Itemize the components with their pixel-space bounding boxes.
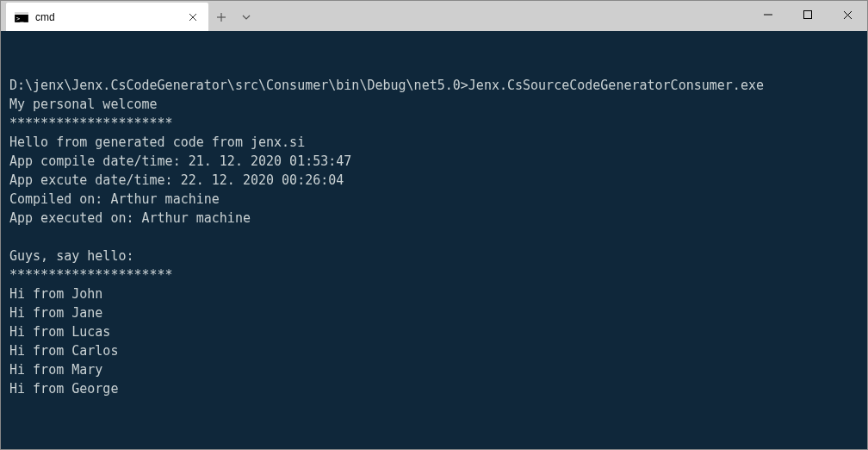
tab-title: cmd [35,11,179,23]
terminal-line: App compile date/time: 21. 12. 2020 01:5… [9,152,859,171]
terminal-line: App executed on: Arthur machine [9,209,859,228]
window-controls [748,1,867,28]
terminal-line: Hello from generated code from jenx.si [9,133,859,152]
cmd-icon: >_ [15,11,28,23]
terminal-tab[interactable]: >_ cmd [6,3,208,31]
terminal-line: Hi from John [9,284,859,303]
terminal-line [9,228,859,247]
terminal-line: Guys, say hello: [9,247,859,266]
terminal-line [9,417,859,436]
terminal-line: ********************* [9,114,859,133]
svg-text:>_: >_ [16,16,24,22]
svg-rect-1 [15,12,28,15]
title-bar: >_ cmd [1,1,867,31]
tab-dropdown-button[interactable] [234,3,258,31]
terminal-line: Hi from Carlos [9,341,859,360]
terminal-output[interactable]: D:\jenx\Jenx.CsCodeGenerator\src\Consume… [1,31,867,449]
terminal-line: My personal welcome [9,95,859,114]
terminal-line: App excute date/time: 22. 12. 2020 00:26… [9,171,859,190]
terminal-line: Hi from Jane [9,303,859,322]
terminal-line: Hi from Lucas [9,322,859,341]
terminal-line: D:\jenx\Jenx.CsCodeGenerator\src\Consume… [9,76,859,95]
new-tab-button[interactable] [208,3,234,31]
terminal-line: Hi from Mary [9,360,859,379]
terminal-line: Hi from George [9,379,859,398]
minimize-button[interactable] [748,1,788,28]
maximize-button[interactable] [788,1,828,28]
svg-rect-8 [804,11,812,19]
tab-close-button[interactable] [186,10,200,24]
terminal-line: Compiled on: Arthur machine [9,190,859,209]
terminal-line: ********************* [9,266,859,284]
terminal-line [9,398,859,417]
close-button[interactable] [828,1,867,28]
